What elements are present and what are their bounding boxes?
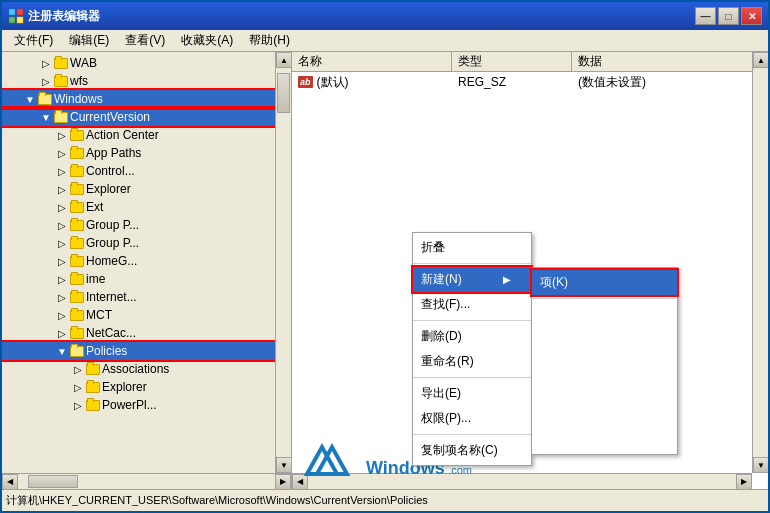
ctx-delete[interactable]: 删除(D) [413,324,531,349]
sub-menu: 项(K) 字符串值(S) 二进制值(B) DWORD (32-位)值(D) QW… [531,267,678,455]
right-htrack [308,474,736,489]
tree-item-netcac[interactable]: ▷ NetCac... [2,324,275,342]
right-vscrollbar[interactable]: ▲ ▼ [752,52,768,473]
sub-item-key[interactable]: 项(K) [532,270,677,295]
menu-edit[interactable]: 编辑(E) [61,30,117,51]
minimize-button[interactable]: — [695,7,716,25]
tree-label-ext: Ext [86,200,103,214]
tree-item-associations[interactable]: ▷ Associations [2,360,275,378]
col-data: 数据 [572,52,768,71]
tree-item-wab[interactable]: ▷ WAB [2,54,275,72]
tree-label-actioncenter: Action Center [86,128,159,142]
right-scroll-left[interactable]: ◀ [292,474,308,490]
tree-item-internet[interactable]: ▷ Internet... [2,288,275,306]
tree-item-wfs[interactable]: ▷ wfs [2,72,275,90]
tree-label-internet: Internet... [86,290,137,304]
tree-main: ▷ WAB ▷ wfs ▼ [2,52,291,473]
ctx-new-label: 新建(N) [421,271,462,288]
ctx-find[interactable]: 查找(F)... [413,292,531,317]
tree-item-policies[interactable]: ▼ Policies [2,342,275,360]
tree-scroll-up[interactable]: ▲ [276,52,291,68]
tree-item-explorer1[interactable]: ▷ Explorer [2,180,275,198]
right-scroll-up[interactable]: ▲ [753,52,768,68]
right-panel-container: 名称 类型 数据 ab (默认) REG_SZ (数值未设置) 折叠 [292,52,768,489]
tree-vscrollbar[interactable]: ▲ ▼ [275,52,291,473]
menu-help[interactable]: 帮助(H) [241,30,298,51]
sub-item-expandstring[interactable]: 可扩充字符串值(E) [532,427,677,452]
list-header: 名称 类型 数据 [292,52,768,72]
tree-item-actioncenter[interactable]: ▷ Action Center [2,126,275,144]
ctx-sep-1 [413,263,531,264]
tree-item-currentversion[interactable]: ▼ CurrentVersion [2,108,275,126]
folder-icon-associations [86,364,100,375]
ab-icon: ab [298,76,313,88]
ctx-new[interactable]: 新建(N) ▶ 项(K) 字符串值(S) 二进制值(B) DWORD (32-位… [413,267,531,292]
main-area: ▷ WAB ▷ wfs ▼ [2,52,768,489]
right-hscrollbar[interactable]: ◀ ▶ [292,473,752,489]
tree-label-wab: WAB [70,56,97,70]
sub-item-multistring[interactable]: 多字符串值(M) [532,402,677,427]
close-button[interactable]: ✕ [741,7,762,25]
folder-icon-mct [70,310,84,321]
tree-item-homeg[interactable]: ▷ HomeG... [2,252,275,270]
ctx-collapse[interactable]: 折叠 [413,235,531,260]
tree-scroll-down[interactable]: ▼ [276,457,291,473]
maximize-button[interactable]: □ [718,7,739,25]
expand-currentversion: ▼ [38,109,54,125]
sub-item-binary[interactable]: 二进制值(B) [532,327,677,352]
expand-groupp2: ▷ [54,235,70,251]
ctx-rename[interactable]: 重命名(R) [413,349,531,374]
folder-icon-groupp1 [70,220,84,231]
context-menu: 折叠 新建(N) ▶ 项(K) 字符串值(S) 二进制值(B) DWORD (3… [412,232,532,466]
ctx-permissions[interactable]: 权限(P)... [413,406,531,431]
tree-label-ime: ime [86,272,105,286]
tree-label-powerpl: PowerPl... [102,398,157,412]
tree-item-mct[interactable]: ▷ MCT [2,306,275,324]
expand-explorer2: ▷ [70,379,86,395]
ctx-export[interactable]: 导出(E) [413,381,531,406]
col-name: 名称 [292,52,452,71]
tree-item-windows[interactable]: ▼ Windows [2,90,275,108]
expand-wab: ▷ [38,55,54,71]
sub-item-string[interactable]: 字符串值(S) [532,302,677,327]
menu-favorites[interactable]: 收藏夹(A) [173,30,241,51]
title-bar: 注册表编辑器 — □ ✕ [2,2,768,30]
tree-item-groupp2[interactable]: ▷ Group P... [2,234,275,252]
tree-label-mct: MCT [86,308,112,322]
ctx-sep-4 [413,434,531,435]
svg-rect-2 [9,17,15,23]
tree-label-explorer1: Explorer [86,182,131,196]
status-bar: 计算机\HKEY_CURRENT_USER\Software\Microsoft… [2,489,768,511]
tree-scroll-right[interactable]: ▶ [275,474,291,490]
tree-scroll-left[interactable]: ◀ [2,474,18,490]
expand-actioncenter: ▷ [54,127,70,143]
expand-powerpl: ▷ [70,397,86,413]
svg-rect-3 [17,17,23,23]
tree-item-explorer2[interactable]: ▷ Explorer [2,378,275,396]
tree-hscrollbar[interactable]: ◀ ▶ [2,473,291,489]
tree-item-groupp1[interactable]: ▷ Group P... [2,216,275,234]
tree-label-apppaths: App Paths [86,146,141,160]
sub-item-qword[interactable]: QWORD (64 位)值(Q) [532,377,677,402]
tree-item-powerpl[interactable]: ▷ PowerPl... [2,396,275,414]
expand-mct: ▷ [54,307,70,323]
tree-item-apppaths[interactable]: ▷ App Paths [2,144,275,162]
sub-item-dword[interactable]: DWORD (32-位)值(D) [532,352,677,377]
folder-icon-control [70,166,84,177]
list-row-default[interactable]: ab (默认) REG_SZ (数值未设置) [292,72,768,92]
menu-view[interactable]: 查看(V) [117,30,173,51]
folder-icon-groupp2 [70,238,84,249]
right-scroll-down[interactable]: ▼ [753,457,768,473]
tree-item-ext[interactable]: ▷ Ext [2,198,275,216]
folder-icon-ime [70,274,84,285]
ctx-new-arrow: ▶ [503,274,511,285]
tree-label-groupp1: Group P... [86,218,139,232]
tree-item-control[interactable]: ▷ Control... [2,162,275,180]
ctx-copyname[interactable]: 复制项名称(C) [413,438,531,463]
right-scroll-right[interactable]: ▶ [736,474,752,490]
app-icon [8,8,24,24]
tree-item-ime[interactable]: ▷ ime [2,270,275,288]
expand-apppaths: ▷ [54,145,70,161]
folder-icon-wfs [54,76,68,87]
menu-file[interactable]: 文件(F) [6,30,61,51]
